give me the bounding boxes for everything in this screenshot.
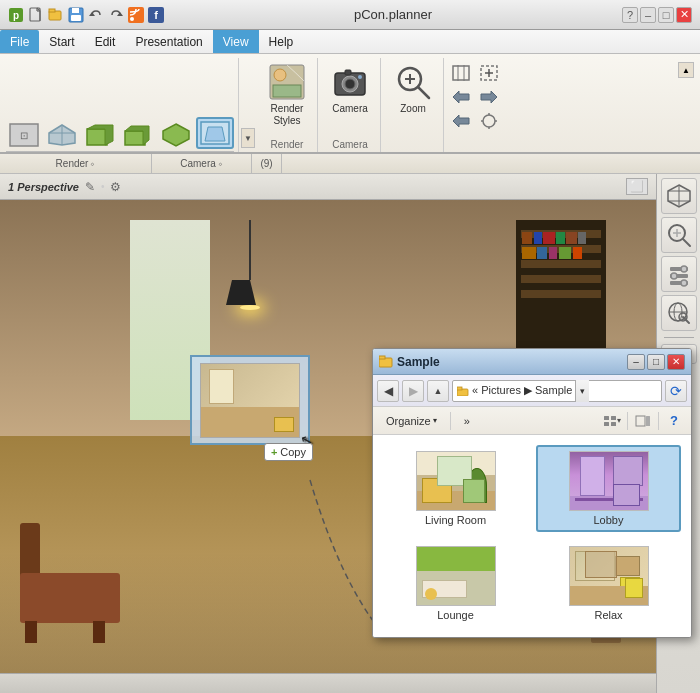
ribbon-bottom: Render ⬦ Camera ⬦ (9) [0,154,700,174]
explorer-close-btn[interactable]: ✕ [667,354,685,370]
viewport-edit-icon[interactable]: ✎ [85,180,95,194]
ribbon-scroll-up[interactable]: ▲ [678,62,694,78]
camera-btn[interactable]: Camera [326,60,374,117]
viewport-label: 1 Perspective [8,181,79,193]
status-bar [0,673,656,693]
more-options-btn[interactable]: » [457,412,477,430]
explorer-maximize-btn[interactable]: □ [647,354,665,370]
svg-point-35 [358,75,362,79]
render-styles-label: RenderStyles [271,103,304,127]
globe-search-btn[interactable] [661,295,697,331]
menu-file[interactable]: File [0,30,39,53]
menu-help[interactable]: Help [259,30,304,53]
number-section[interactable]: (9) [252,154,282,173]
svg-rect-74 [379,356,385,359]
zoom-in-btn[interactable] [448,86,474,108]
view-box2-btn[interactable] [120,121,156,149]
view-box1-btn[interactable] [82,121,118,149]
file-living-room[interactable]: Living Room [383,445,528,532]
save-icon[interactable] [68,7,84,23]
open-icon[interactable] [48,7,64,23]
view-box3-btn[interactable] [158,121,194,149]
zoom-selection-btn[interactable] [476,62,502,84]
svg-point-65 [681,266,687,272]
zoom-out-btn[interactable] [476,86,502,108]
forward-btn[interactable]: ▶ [402,380,424,402]
viewport-header: 1 Perspective ✎ • ⚙ ⬜ [0,174,656,200]
camera-group-label: Camera [326,139,374,152]
menu-start[interactable]: Start [39,30,84,53]
view-perspective-btn[interactable] [196,117,234,149]
preview-pane-btn[interactable] [632,410,654,432]
title-bar-left: p [8,7,164,23]
svg-point-49 [483,115,495,127]
help-btn[interactable]: ? [622,7,638,23]
back-btn[interactable]: ◀ [377,380,399,402]
explorer-nav: ◀ ▶ ▲ « Pictures ▶ Sample ▾ ⟳ [373,375,691,407]
window-controls: ? – □ ✕ [622,7,692,23]
svg-rect-30 [273,85,301,97]
viewport-maximize-btn[interactable]: ⬜ [626,178,648,195]
help-toolbar-btn[interactable]: ? [663,410,685,432]
social-icon[interactable]: f [148,7,164,23]
address-dropdown[interactable]: ▾ [575,380,589,402]
toolbar-sep-3 [658,412,659,430]
svg-marker-46 [453,91,469,103]
svg-text:f: f [154,9,158,21]
app-icon: p [8,7,24,23]
zoom-window-btn[interactable] [448,110,474,132]
title-bar: p [0,0,700,30]
organize-btn[interactable]: Organize ▾ [379,412,444,430]
svg-rect-34 [345,70,351,75]
zoom-btn[interactable]: Zoom [389,60,437,117]
camera-section-label[interactable]: Camera ⬦ [152,154,252,173]
svg-point-66 [671,273,677,279]
living-room-label: Living Room [425,514,486,526]
menu-view[interactable]: View [213,30,259,53]
menu-presentation[interactable]: Presentation [125,30,212,53]
settings-btn[interactable] [661,256,697,292]
view-flat-btn[interactable]: ⊡ [6,121,42,149]
zoom-all-btn[interactable] [448,62,474,84]
file-lobby[interactable]: Lobby [536,445,681,532]
address-bar[interactable]: « Pictures ▶ Sample ▾ [452,380,662,402]
new-icon[interactable] [28,7,44,23]
3d-view-btn[interactable] [661,178,697,214]
explorer-icon [379,355,393,369]
thumb-relax [569,546,649,606]
explorer-minimize-btn[interactable]: – [627,354,645,370]
camera-expand-icon: ⬦ [218,159,223,168]
camera-group: Camera Camera [320,58,381,152]
render-styles-btn[interactable]: RenderStyles [263,60,311,130]
copy-plus: + [271,446,277,458]
copy-badge: + Copy [264,443,313,461]
view-mode-btn[interactable]: ▾ [601,410,623,432]
explorer-title-bar: Sample – □ ✕ [373,349,691,375]
minimize-btn[interactable]: – [640,7,656,23]
go-btn[interactable]: ⟳ [665,380,687,402]
search-zoom-btn[interactable] [661,217,697,253]
render-section-label[interactable]: Render ⬦ [0,154,152,173]
copy-label: Copy [280,446,306,458]
rss-icon[interactable] [128,7,144,23]
file-relax[interactable]: Relax [536,540,681,627]
maximize-btn[interactable]: □ [658,7,674,23]
up-btn[interactable]: ▲ [427,380,449,402]
file-lounge[interactable]: Lounge [383,540,528,627]
redo-icon[interactable] [108,7,124,23]
undo-icon[interactable] [88,7,104,23]
svg-point-33 [345,79,355,89]
close-btn[interactable]: ✕ [676,7,692,23]
viewport-settings-icon[interactable]: ⚙ [110,180,121,194]
zoom-label: Zoom [400,103,426,114]
view-iso-btn[interactable] [44,121,80,149]
svg-text:p: p [13,10,19,21]
zoom-group: Zoom [383,58,444,152]
pan-btn[interactable] [476,110,502,132]
svg-line-37 [418,87,429,98]
svg-rect-9 [71,15,81,21]
menu-edit[interactable]: Edit [85,30,126,53]
view-dropdown-btn[interactable]: ▼ [241,128,255,148]
render-styles-group: RenderStyles Render [257,58,318,152]
drag-overlay[interactable]: ↖ + Copy [190,355,310,445]
